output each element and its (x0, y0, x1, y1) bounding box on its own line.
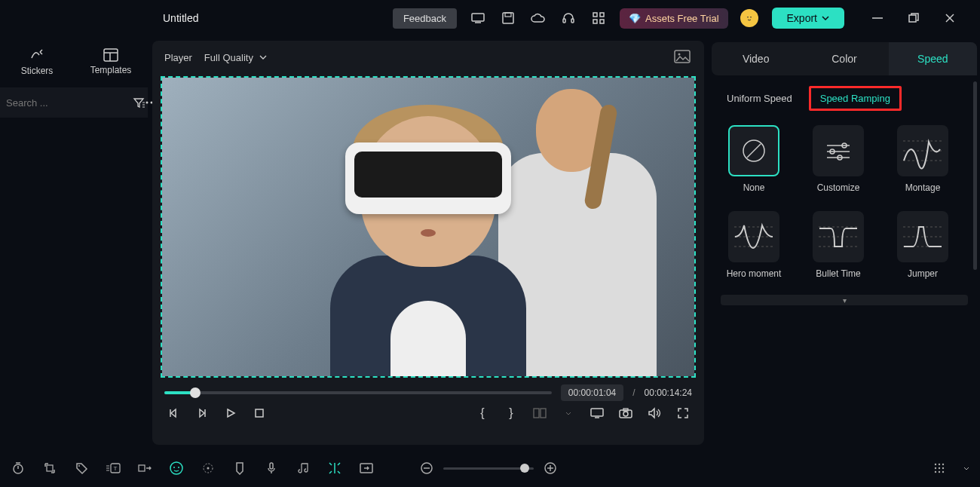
clip-arrow-icon[interactable] (136, 459, 154, 477)
svg-rect-15 (104, 49, 118, 61)
split-icon[interactable] (326, 459, 344, 477)
preset-bullet-time[interactable]: Bullet Time (805, 211, 871, 280)
svg-rect-2 (503, 13, 513, 23)
svg-rect-28 (256, 409, 263, 417)
crop-icon[interactable] (41, 459, 59, 477)
play-button[interactable] (222, 404, 240, 422)
preset-none[interactable]: None (721, 125, 787, 194)
snapshot-icon[interactable] (617, 404, 635, 422)
view-options-icon[interactable] (930, 459, 948, 477)
svg-point-83 (935, 471, 936, 473)
svg-point-64 (170, 462, 182, 474)
prev-frame-button[interactable] (164, 404, 182, 422)
frame-icon[interactable] (357, 459, 375, 477)
ratio-icon[interactable] (531, 404, 549, 422)
svg-point-68 (207, 467, 210, 470)
svg-rect-9 (600, 20, 604, 23)
svg-rect-69 (270, 463, 273, 469)
svg-point-25 (678, 54, 681, 56)
svg-point-85 (942, 471, 944, 473)
project-title: Untitled (163, 12, 198, 24)
mic-icon[interactable] (262, 459, 280, 477)
headphone-icon[interactable] (556, 6, 580, 30)
sidebar-tab-templates[interactable]: Templates (74, 36, 148, 87)
marker-icon[interactable] (231, 459, 249, 477)
svg-rect-4 (563, 19, 565, 23)
display-icon[interactable] (588, 404, 606, 422)
assets-trial-button[interactable]: 💎Assets Free Trial (620, 8, 728, 29)
svg-point-65 (173, 467, 175, 468)
minimize-button[interactable] (865, 6, 890, 30)
save-icon[interactable] (496, 6, 520, 30)
time-current: 00:00:01:04 (561, 384, 623, 401)
ai-icon[interactable] (167, 459, 185, 477)
svg-rect-31 (591, 409, 603, 416)
progress-bar[interactable] (164, 391, 552, 394)
fullscreen-icon[interactable] (674, 404, 692, 422)
close-button[interactable] (938, 6, 962, 30)
time-separator: / (632, 387, 635, 398)
sub-tab-uniform-speed[interactable]: Uniform Speed (719, 88, 800, 109)
search-input[interactable] (6, 97, 133, 109)
brace-left-icon[interactable]: { (473, 404, 492, 422)
svg-rect-0 (472, 14, 484, 21)
panel-tab-speed[interactable]: Speed (889, 42, 977, 75)
brace-right-icon[interactable]: } (502, 404, 520, 422)
stickers-icon (29, 47, 45, 63)
speed-text-icon[interactable]: T (104, 459, 122, 477)
svg-text:T: T (114, 465, 118, 472)
highlight-box: Speed Ramping (809, 86, 902, 111)
grid-icon[interactable] (586, 6, 611, 30)
svg-point-81 (939, 467, 940, 469)
panel-tab-video[interactable]: Video (712, 42, 800, 75)
image-icon[interactable] (674, 50, 692, 65)
filter-icon[interactable] (133, 97, 145, 108)
sidebar-tab-stickers[interactable]: Stickers (0, 36, 74, 87)
svg-rect-30 (541, 409, 546, 418)
preset-hero-moment[interactable]: Hero moment (721, 211, 787, 280)
music-icon[interactable] (294, 459, 312, 477)
maximize-button[interactable] (902, 6, 926, 30)
quality-select[interactable]: Full Quality (204, 52, 267, 63)
preset-jumper[interactable]: Jumper (890, 211, 956, 280)
svg-rect-5 (571, 19, 574, 23)
svg-rect-6 (593, 13, 597, 17)
preset-montage[interactable]: Montage (890, 125, 956, 194)
dropdown-icon[interactable] (962, 459, 971, 477)
svg-line-37 (747, 144, 761, 158)
stop-button[interactable] (250, 404, 268, 422)
sparkle-icon[interactable] (199, 459, 217, 477)
screen-icon[interactable] (466, 6, 490, 30)
tag-icon[interactable] (72, 459, 90, 477)
volume-icon[interactable] (645, 404, 663, 422)
scrollbar[interactable] (973, 81, 977, 270)
svg-point-77 (935, 464, 936, 465)
chevron-down-icon[interactable] (559, 404, 577, 422)
ai-avatar-icon[interactable] (740, 9, 758, 27)
sub-tab-speed-ramping[interactable]: Speed Ramping (817, 91, 893, 106)
svg-rect-29 (534, 409, 539, 418)
time-total: 00:00:14:24 (645, 387, 692, 398)
zoom-in-button[interactable] (541, 459, 559, 477)
timer-icon[interactable] (9, 459, 27, 477)
cloud-icon[interactable] (526, 6, 550, 30)
panel-tab-color[interactable]: Color (800, 42, 888, 75)
next-frame-button[interactable] (193, 404, 211, 422)
svg-point-34 (623, 412, 628, 416)
feedback-button[interactable]: Feedback (393, 8, 457, 29)
svg-point-10 (745, 14, 754, 23)
zoom-slider[interactable] (443, 467, 534, 470)
svg-rect-59 (47, 465, 53, 471)
expand-toggle[interactable]: ▾ (721, 295, 968, 305)
svg-rect-7 (600, 13, 604, 17)
zoom-out-button[interactable] (418, 459, 436, 477)
templates-icon (103, 48, 118, 62)
video-preview[interactable] (161, 76, 696, 378)
svg-point-84 (939, 471, 940, 473)
svg-rect-12 (909, 15, 916, 22)
svg-point-60 (78, 465, 80, 467)
player-label: Player (164, 52, 192, 63)
preset-customize[interactable]: Customize (805, 125, 871, 194)
export-button[interactable]: Export (772, 8, 844, 29)
svg-point-79 (942, 464, 944, 465)
